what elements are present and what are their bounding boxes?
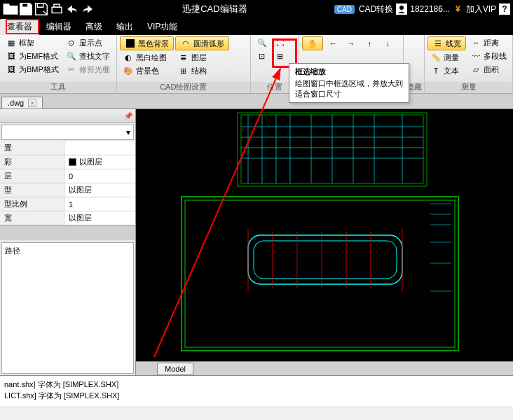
prop-layer-value[interactable]: 0 bbox=[64, 169, 135, 183]
user-icon[interactable] bbox=[396, 4, 407, 15]
chevron-down-icon: ▾ bbox=[126, 127, 130, 137]
model-tab[interactable]: Model bbox=[157, 363, 193, 375]
bmp-icon: 🖼 bbox=[6, 64, 17, 75]
distance-icon: ↔ bbox=[470, 37, 481, 48]
nav-down-button[interactable]: ↓ bbox=[379, 36, 396, 50]
svg-rect-20 bbox=[185, 200, 455, 347]
cad-convert-button[interactable]: CAD转换 bbox=[359, 4, 393, 15]
prop-width-label: 宽 bbox=[0, 211, 64, 225]
save-as-icon[interactable] bbox=[34, 1, 49, 17]
close-icon[interactable]: × bbox=[28, 99, 36, 107]
arrow-up-icon: ↑ bbox=[364, 38, 375, 49]
redo-icon[interactable] bbox=[80, 1, 95, 17]
svg-rect-19 bbox=[182, 197, 458, 351]
panel-header: 📌 bbox=[0, 109, 135, 123]
tooltip-line2: 适合窗口尺寸 bbox=[295, 89, 403, 99]
vip-button[interactable]: 加入VIP bbox=[466, 4, 496, 15]
document-tab-bar: .dwg × bbox=[0, 94, 513, 109]
trim-icon: ✂ bbox=[66, 64, 77, 75]
tab-bar: 查看器 编辑器 高级 输出 VIP功能 bbox=[0, 18, 513, 35]
arc-icon: ◠ bbox=[180, 38, 191, 49]
folder-open-icon[interactable] bbox=[3, 1, 18, 17]
search-icon: 🔍 bbox=[66, 50, 77, 62]
prop-width-value[interactable]: 以图层 bbox=[64, 211, 135, 225]
palette-icon: 🎨 bbox=[123, 65, 134, 76]
distance-button[interactable]: ↔距离 bbox=[467, 36, 509, 49]
lineweight-icon: ☰ bbox=[432, 38, 444, 49]
nav-right-button[interactable]: → bbox=[343, 36, 360, 50]
structure-button[interactable]: ⊞结构 bbox=[175, 64, 229, 77]
trim-raster-button[interactable]: ✂修剪光栅 bbox=[63, 63, 113, 76]
zoom-extents-icon: ⛶ bbox=[275, 37, 286, 48]
prop-type-value[interactable]: 以图层 bbox=[64, 183, 135, 197]
find-text-button[interactable]: 🔍查找文字 bbox=[63, 50, 113, 62]
bw-icon: ◐ bbox=[123, 52, 134, 63]
pin-icon[interactable]: 📌 bbox=[124, 112, 132, 120]
ribbon-group-tools-label: 工具 bbox=[0, 82, 116, 93]
bw-drawing-button[interactable]: ◐黑白绘图 bbox=[120, 51, 174, 64]
pan-button[interactable]: ✋ bbox=[302, 36, 323, 50]
text-button[interactable]: T文本 bbox=[427, 64, 466, 77]
nav-left-button[interactable]: ← bbox=[324, 36, 341, 50]
zoom-button-4[interactable]: ⊞ bbox=[272, 50, 289, 62]
document-tab[interactable]: .dwg × bbox=[1, 97, 43, 108]
lineweight-button[interactable]: ☰线宽 bbox=[427, 36, 466, 50]
app-title: 迅捷CAD编辑器 bbox=[95, 3, 334, 15]
document-tab-label: .dwg bbox=[8, 99, 24, 107]
saveas-emf-button[interactable]: 🖼为EMF格式 bbox=[3, 50, 62, 62]
svg-rect-1 bbox=[54, 4, 60, 7]
bgcolor-button[interactable]: 🎨背景色 bbox=[120, 64, 174, 77]
tab-advanced[interactable]: 高级 bbox=[78, 19, 109, 35]
measure-button[interactable]: 📏测量 bbox=[427, 51, 466, 64]
model-tab-row: Model bbox=[136, 361, 513, 375]
main-area: 📌 ▾ 置 彩以图层 层0 型以图层 型比例1 宽以图层 路径 bbox=[0, 109, 513, 375]
ribbon-group-cadsettings-label: CAD绘图设置 bbox=[117, 82, 250, 93]
tab-viewer[interactable]: 查看器 bbox=[0, 19, 39, 35]
undo-icon[interactable] bbox=[64, 1, 80, 17]
properties-table: 置 彩以图层 层0 型以图层 型比例1 宽以图层 bbox=[0, 141, 135, 225]
print-icon[interactable] bbox=[49, 1, 64, 17]
svg-rect-21 bbox=[248, 235, 402, 284]
svg-rect-0 bbox=[52, 7, 62, 13]
properties-panel: 📌 ▾ 置 彩以图层 层0 型以图层 型比例1 宽以图层 路径 bbox=[0, 109, 136, 375]
nav-up-button[interactable]: ↑ bbox=[361, 36, 378, 50]
hand-icon: ✋ bbox=[307, 38, 318, 49]
tab-vip[interactable]: VIP功能 bbox=[140, 19, 184, 35]
path-panel: 路径 bbox=[1, 242, 134, 374]
tooltip-zoom-window: 框选缩放 绘图窗口中框选区域，并放大到 适合窗口尺寸 bbox=[289, 63, 409, 103]
prop-scale-value[interactable]: 1 bbox=[64, 197, 135, 211]
smooth-arc-button[interactable]: ◠圆滑弧形 bbox=[175, 36, 229, 50]
save-icon[interactable] bbox=[18, 1, 34, 17]
prop-scale-label: 型比例 bbox=[0, 197, 64, 211]
color-swatch bbox=[69, 158, 76, 166]
prop-type-label: 型 bbox=[0, 183, 64, 197]
show-points-button[interactable]: ⊙显示点 bbox=[63, 36, 113, 49]
prop-color-label: 彩 bbox=[0, 155, 64, 169]
black-bg-button[interactable]: 黑色背景 bbox=[120, 36, 174, 50]
layers-button[interactable]: ≣图层 bbox=[175, 51, 229, 64]
tab-output[interactable]: 输出 bbox=[109, 19, 140, 35]
tab-editor[interactable]: 编辑器 bbox=[39, 19, 78, 35]
saveas-bmp-button[interactable]: 🖼为BMP格式 bbox=[3, 63, 62, 76]
zoom-button-3[interactable]: ⊡ bbox=[254, 50, 271, 62]
svg-rect-22 bbox=[254, 241, 397, 279]
zoom-window-button[interactable]: 🔍 bbox=[254, 36, 271, 49]
title-bar: 迅捷CAD编辑器 CAD CAD转换 1822186... ¥ 加入VIP ? bbox=[0, 0, 513, 18]
layers-icon: ≣ bbox=[178, 52, 189, 63]
help-icon[interactable]: ? bbox=[499, 4, 510, 15]
drawing-canvas[interactable]: Model bbox=[136, 109, 513, 375]
path-label: 路径 bbox=[5, 246, 20, 255]
ribbon: ▦ 框架 🖼为EMF格式 🖼为BMP格式 ⊙显示点 🔍查找文字 ✂修剪光栅 工具… bbox=[0, 35, 513, 94]
user-id-label[interactable]: 1822186... bbox=[410, 4, 450, 14]
polyline-button[interactable]: 〰多段线 bbox=[467, 50, 509, 62]
status-bar: nant.shx] 字体为 [SIMPLEX.SHX] LICT.shx] 字体… bbox=[0, 375, 513, 406]
zoom-extents-button[interactable]: ⛶ bbox=[272, 36, 289, 49]
prop-color-value[interactable]: 以图层 bbox=[64, 155, 135, 169]
arrow-right-icon: → bbox=[346, 38, 357, 49]
ruler-icon: 📏 bbox=[430, 52, 442, 63]
area-button[interactable]: ▱面积 bbox=[467, 63, 509, 76]
emf-icon: 🖼 bbox=[6, 50, 17, 62]
bg-black-icon bbox=[125, 38, 136, 49]
dropdown[interactable]: ▾ bbox=[1, 125, 134, 140]
wireframe-button[interactable]: ▦ 框架 bbox=[3, 36, 62, 49]
